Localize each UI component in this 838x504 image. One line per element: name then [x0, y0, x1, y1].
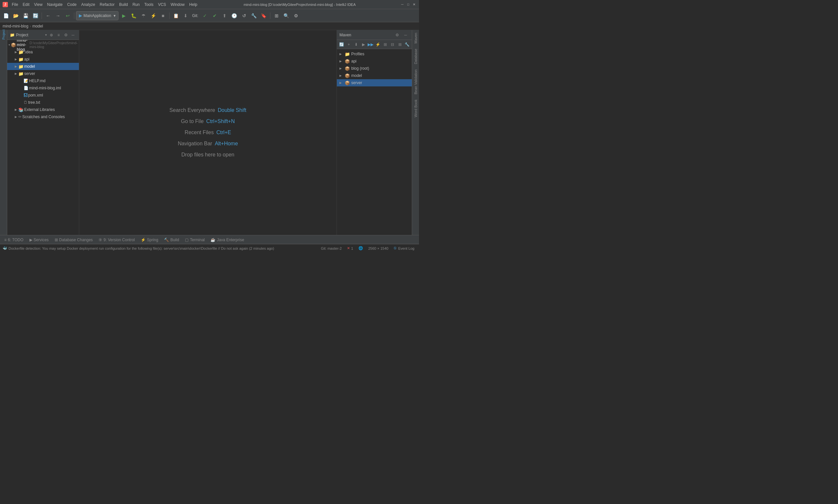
tree-item-api[interactable]: ▶ 📁 api: [7, 56, 79, 63]
sync-button[interactable]: 🔄: [31, 11, 40, 20]
event-log-status[interactable]: ① Event Log: [392, 245, 416, 252]
tab-spring[interactable]: ⚡ Spring: [138, 236, 161, 244]
git-rollback-icon[interactable]: ↺: [239, 11, 249, 20]
menu-edit[interactable]: Edit: [21, 2, 32, 7]
maven-columns-icon[interactable]: ⊟: [389, 41, 396, 48]
vc-label: 9: Version Control: [104, 238, 135, 242]
tree-item-scratches[interactable]: ▶ ✏ Scratches and Consoles: [7, 113, 79, 121]
forward-button[interactable]: →: [53, 11, 63, 20]
tree-item-extlib[interactable]: ▶ 📚 External Libraries: [7, 106, 79, 113]
run-coverage-button[interactable]: ☂: [139, 11, 148, 20]
scratches-name: Scratches and Consoles: [22, 114, 65, 119]
tree-item-server[interactable]: ▶ 📁 server: [7, 70, 79, 77]
project-header: 📁 Project ▾ ⊕ ≡ ⚙ ─: [7, 30, 79, 40]
tab-todo[interactable]: ≡ 6: TODO: [1, 236, 26, 244]
tree-item-tree[interactable]: ▶ 🗒 tree.txt: [7, 99, 79, 106]
git-history-icon[interactable]: 🕐: [230, 11, 239, 20]
tab-build[interactable]: 🔨 Build: [161, 236, 182, 244]
open-button[interactable]: 📂: [11, 11, 20, 20]
project-settings-icon[interactable]: ⚙: [63, 32, 69, 38]
tab-terminal[interactable]: ▢ Terminal: [182, 236, 208, 244]
menu-tools[interactable]: Tools: [142, 2, 156, 7]
navigate-back[interactable]: ↩: [63, 11, 72, 20]
maven-filter-icon[interactable]: ⊞: [396, 41, 403, 48]
error-indicator[interactable]: ✕ 1: [345, 245, 355, 252]
save-all-button[interactable]: 💾: [21, 11, 30, 20]
maven-run-icon[interactable]: ▶: [360, 41, 367, 48]
git-check-icon[interactable]: ✓: [200, 11, 210, 20]
maven-item-api[interactable]: ▶ 📦 api: [337, 58, 412, 65]
menu-run[interactable]: Run: [131, 2, 142, 7]
bookmarks-icon[interactable]: 🔖: [259, 11, 268, 20]
maven-item-blog[interactable]: ▶ 📦 blog (root): [337, 65, 412, 72]
menu-file[interactable]: File: [10, 2, 20, 7]
maven-item-model[interactable]: ▶ 📦 model: [337, 72, 412, 79]
hint-goto: Go to File Ctrl+Shift+N: [181, 119, 235, 124]
run-button[interactable]: ▶: [119, 11, 128, 20]
build-settings-icon[interactable]: 🔧: [249, 11, 258, 20]
right-strip-database[interactable]: Database: [413, 46, 418, 67]
terminal-label: Terminal: [190, 238, 204, 242]
menu-code[interactable]: Code: [65, 2, 78, 7]
new-file-button[interactable]: 📄: [1, 11, 11, 20]
run-config-selector[interactable]: ▶ MainApplication ▾: [76, 11, 119, 20]
resolution-text: 2560 × 1540: [368, 247, 388, 250]
maven-toggle-icon[interactable]: ⚡: [374, 41, 381, 48]
maven-item-server[interactable]: ▶ 📦 server: [337, 79, 412, 86]
maven-run2-icon[interactable]: ▶▶: [367, 41, 374, 48]
back-button[interactable]: ←: [43, 11, 53, 20]
left-strip-project-icon[interactable]: Project: [1, 32, 6, 37]
menu-refactor[interactable]: Refactor: [98, 2, 117, 7]
tab-version-control[interactable]: ⑨ 9: Version Control: [95, 236, 138, 244]
right-strip-maven[interactable]: Maven: [413, 30, 418, 46]
maven-lifecycle-icon[interactable]: ⊞: [382, 41, 389, 48]
menu-analyze[interactable]: Analyze: [79, 2, 97, 7]
project-minimize-icon[interactable]: ─: [70, 32, 76, 38]
project-header-dropdown[interactable]: ▾: [45, 33, 47, 37]
tree-item-model[interactable]: ▶ 📁 model: [7, 63, 79, 70]
stop-button[interactable]: ■: [158, 11, 167, 20]
menu-help[interactable]: Help: [187, 2, 199, 7]
tree-item-helpmd[interactable]: ▶ 📝 HELP.md: [7, 77, 79, 85]
iml-icon: 📄: [23, 86, 29, 90]
tab-db-changes[interactable]: ⊞ Database Changes: [52, 236, 96, 244]
idea-arrow: ▶: [14, 50, 18, 54]
profile-button[interactable]: ⚡: [149, 11, 158, 20]
right-strip-wordbook[interactable]: Word Book: [413, 97, 418, 120]
maven-wrench-icon[interactable]: 🔧: [404, 41, 410, 48]
debug-button[interactable]: 🐛: [129, 11, 138, 20]
maven-refresh-icon[interactable]: 🔄: [338, 41, 345, 48]
tree-item-iml[interactable]: ▶ 📄 mind-mini-blog.iml: [7, 85, 79, 92]
close-button[interactable]: ✕: [412, 2, 416, 7]
right-strip-bean[interactable]: Bean Validation: [413, 67, 418, 97]
maximize-button[interactable]: □: [406, 2, 410, 7]
warning-indicator[interactable]: 🌐: [356, 245, 365, 252]
breadcrumb-module[interactable]: model: [32, 24, 43, 29]
tree-item-pom[interactable]: ▶ ⛾ pom.xml: [7, 92, 79, 99]
git-tick-icon[interactable]: ✔: [210, 11, 219, 20]
project-options-icon[interactable]: ≡: [55, 32, 62, 38]
maven-download-icon[interactable]: ⬇: [353, 41, 359, 48]
maven-add-icon[interactable]: +: [345, 41, 352, 48]
tab-services[interactable]: ▶ Services: [26, 236, 52, 244]
menu-view[interactable]: View: [32, 2, 44, 7]
run-config-name: MainApplication: [84, 14, 111, 18]
tree-txt-name: tree.txt: [28, 100, 40, 105]
view-full-icon[interactable]: ⊞: [272, 11, 281, 20]
menu-build[interactable]: Build: [117, 2, 130, 7]
maven-settings-icon[interactable]: ⚙: [393, 32, 401, 39]
search-everywhere-icon[interactable]: 🔍: [282, 11, 291, 20]
git-branch-status[interactable]: Git: master-2: [319, 245, 344, 252]
menu-window[interactable]: Window: [168, 2, 186, 7]
tree-root[interactable]: ▾ 📦 mind-mini-blog D:\code\MyGiteeProjec…: [7, 41, 79, 49]
maven-minimize-icon[interactable]: ─: [402, 32, 409, 39]
settings-icon[interactable]: ⚙: [292, 11, 301, 20]
tab-java-enterprise[interactable]: ☕ Java Enterprise: [208, 236, 247, 244]
menu-navigate[interactable]: Navigate: [45, 2, 65, 7]
git-push-icon[interactable]: ⬆: [220, 11, 229, 20]
breadcrumb-project[interactable]: mind-mini-blog: [3, 24, 29, 29]
menu-vcs[interactable]: VCS: [156, 2, 168, 7]
maven-item-profiles[interactable]: ▶ 📁 Profiles: [337, 50, 412, 58]
minimize-button[interactable]: ─: [400, 2, 405, 7]
project-scope-icon[interactable]: ⊕: [48, 32, 55, 38]
